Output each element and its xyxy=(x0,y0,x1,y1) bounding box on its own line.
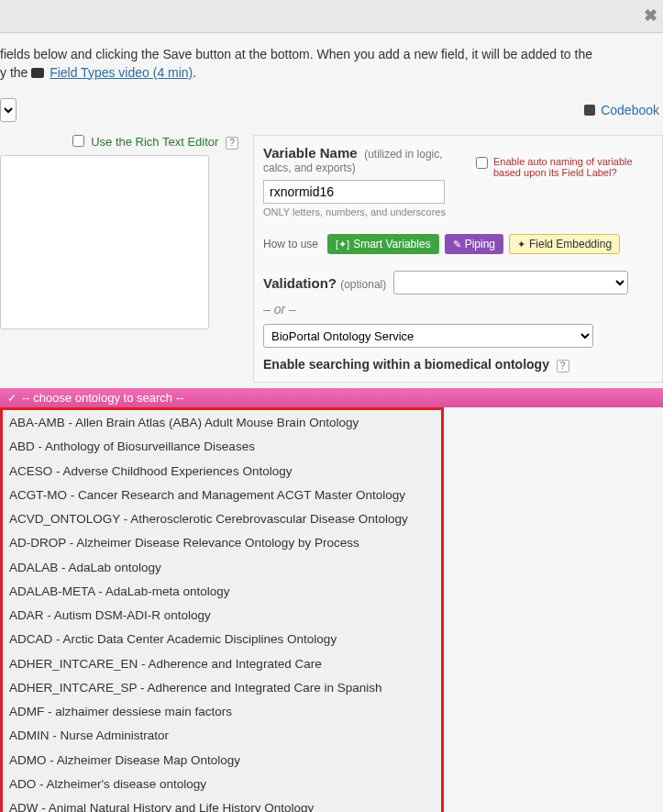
modal-header: ✖ xyxy=(0,0,663,33)
ontology-option[interactable]: ADMO - Alzheimer Disease Map Ontology xyxy=(0,749,442,773)
validation-optional: (optional) xyxy=(340,278,386,291)
validation-select[interactable] xyxy=(393,271,628,295)
smart-variables-label: Smart Variables xyxy=(353,238,430,250)
enable-search-label: Enable searching within a biomedical ont… xyxy=(263,357,549,372)
piping-button[interactable]: ✎ Piping xyxy=(445,234,503,254)
ontology-list[interactable]: ABA-AMB - Allen Brain Atlas (ABA) Adult … xyxy=(0,407,442,812)
ontology-list-wrap: ABA-AMB - Allen Brain Atlas (ABA) Adult … xyxy=(0,407,663,812)
bolt-icon: [✦] xyxy=(336,239,349,250)
ontology-option[interactable]: ADCAD - Arctic Data Center Academic Disc… xyxy=(0,628,442,651)
intro-text-area: fields below and clicking the Save butto… xyxy=(0,33,663,91)
ontology-option[interactable]: ADALAB-META - AdaLab-meta ontology xyxy=(0,580,442,604)
intro-line1: fields below and clicking the Save butto… xyxy=(0,47,592,61)
codebook-label: Codebook xyxy=(601,103,659,117)
ontology-option[interactable]: ADHER_INTCARE_EN - Adherence and Integra… xyxy=(0,652,442,676)
variable-name-note: ONLY letters, numbers, and underscores xyxy=(263,206,465,217)
check-icon: ✓ xyxy=(7,392,17,405)
field-label-textarea[interactable] xyxy=(0,155,209,329)
enable-search-help-icon[interactable]: ? xyxy=(557,360,569,373)
validation-row: Validation? (optional) xyxy=(263,271,653,295)
ontology-option[interactable]: ADALAB - AdaLab ontology xyxy=(0,556,442,580)
smart-variables-button[interactable]: [✦] Smart Variables xyxy=(327,234,439,254)
rte-checkbox[interactable] xyxy=(72,135,84,147)
ontology-option[interactable]: ADAR - Autism DSM-ADI-R ontology xyxy=(0,604,442,628)
ontology-option[interactable]: ACVD_ONTOLOGY - Atherosclerotic Cerebrov… xyxy=(0,507,442,531)
field-embedding-button[interactable]: ✦ Field Embedding xyxy=(509,234,620,254)
rte-label[interactable]: Use the Rich Text Editor xyxy=(91,135,218,149)
variable-name-title: Variable Name xyxy=(263,145,358,161)
ontology-option[interactable]: ABD - Anthology of Biosurveillance Disea… xyxy=(0,435,442,459)
rte-help-icon[interactable]: ? xyxy=(226,137,238,150)
variable-name-input[interactable] xyxy=(263,180,445,204)
ontology-option[interactable]: ADMF - alzhaimer dessiese main factors xyxy=(0,700,442,724)
or-text: – or – xyxy=(263,302,653,317)
auto-naming-checkbox[interactable] xyxy=(476,157,488,169)
bioportal-select[interactable]: BioPortal Ontology Service xyxy=(263,324,593,348)
ontology-header-label: -- choose ontology to search -- xyxy=(22,391,183,405)
pencil-icon: ✎ xyxy=(453,239,461,250)
field-types-video-link[interactable]: Field Types video (4 min) xyxy=(50,65,193,80)
left-column: Use the Rich Text Editor ? xyxy=(0,135,242,383)
book-icon xyxy=(584,105,595,116)
howto-row: How to use [✦] Smart Variables ✎ Piping … xyxy=(263,234,653,254)
ontology-option[interactable]: ACGT-MO - Cancer Research and Management… xyxy=(0,484,442,507)
validation-label: Validation? (optional) xyxy=(263,275,386,291)
right-column: Variable Name (utilized in logic, calcs,… xyxy=(253,135,663,383)
ontology-option[interactable]: AD-DROP - Alzheimer Disease Relevance On… xyxy=(0,531,442,555)
ontology-option[interactable]: ADHER_INTCARE_SP - Adherence and Integra… xyxy=(0,676,442,700)
ontology-option[interactable]: ADMIN - Nurse Administrator xyxy=(0,724,442,748)
star-icon: ✦ xyxy=(517,239,525,250)
codebook-link[interactable]: Codebook xyxy=(584,103,659,117)
close-icon[interactable]: ✖ xyxy=(644,6,657,26)
ontology-option[interactable]: ABA-AMB - Allen Brain Atlas (ABA) Adult … xyxy=(0,411,442,435)
main-row: Use the Rich Text Editor ? Variable Name… xyxy=(0,129,663,388)
auto-naming-label: Enable auto naming of variable based upo… xyxy=(493,156,653,178)
ontology-option[interactable]: ACESO - Adverse Childhood Experiences On… xyxy=(0,460,442,484)
video-icon xyxy=(31,68,44,78)
howto-label: How to use xyxy=(263,238,318,250)
ontology-option[interactable]: ADW - Animal Natural History and Life Hi… xyxy=(0,796,442,812)
piping-label: Piping xyxy=(465,238,495,250)
field-embedding-label: Field Embedding xyxy=(529,238,612,250)
ontology-dropdown-header[interactable]: ✓ -- choose ontology to search -- xyxy=(0,388,663,407)
intro-line2-prefix: y the xyxy=(0,65,31,80)
small-dropdown[interactable] xyxy=(0,98,17,122)
toolbar-row: Codebook xyxy=(0,91,663,129)
ontology-option[interactable]: ADO - Alzheimer's disease ontology xyxy=(0,773,442,796)
